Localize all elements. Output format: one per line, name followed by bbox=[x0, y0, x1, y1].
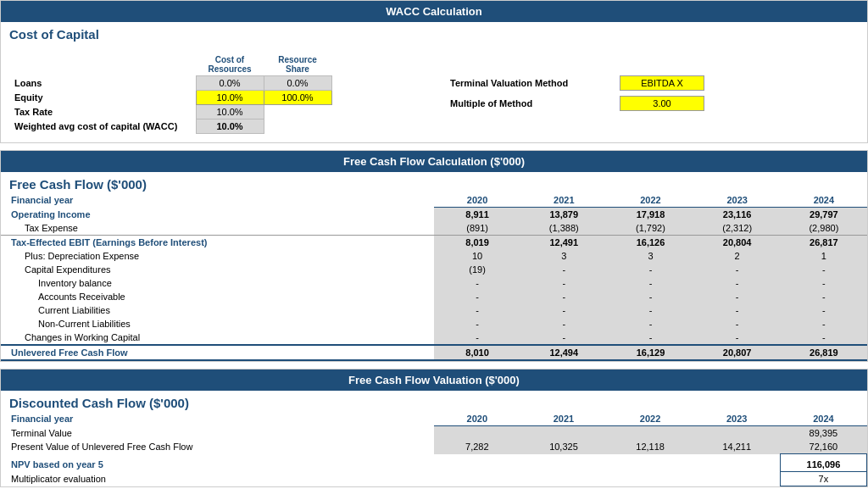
equity-label: Equity bbox=[9, 91, 196, 105]
fcf-val-r9-c4: - bbox=[781, 317, 867, 331]
fcf-val-r2-c0: (891) bbox=[434, 221, 520, 236]
fcf-val-r4-c0: 10 bbox=[434, 249, 520, 263]
val-val-r2-c2: 12,118 bbox=[607, 440, 693, 454]
val-val-r0-c2: 2022 bbox=[607, 412, 693, 426]
terminal-method-label: Terminal Valuation Method bbox=[450, 78, 620, 88]
fcf-row-label-4: Plus: Depreciation Expense bbox=[1, 249, 434, 263]
terminal-method-value[interactable]: EBITDA X bbox=[620, 75, 704, 91]
fcf-val-r2-c3: (2,312) bbox=[694, 221, 781, 236]
fcf-val-r8-c1: - bbox=[520, 303, 607, 317]
wacc-share-empty bbox=[264, 119, 331, 134]
fcf-val-r1-c4: 29,797 bbox=[781, 208, 867, 222]
val-val-r4-c3 bbox=[693, 472, 780, 486]
wacc-header: WACC Calculation bbox=[1, 1, 867, 22]
fcf-row-label-11: Unlevered Free Cash Flow bbox=[1, 345, 434, 360]
fcf-val-r9-c0: - bbox=[434, 317, 520, 331]
fcf-val-r6-c4: - bbox=[781, 276, 867, 290]
fcf-row-label-9: Non-Current Liabilities bbox=[1, 317, 434, 331]
fcf-val-r11-c3: 20,807 bbox=[694, 345, 781, 360]
fcf-val-r5-c4: - bbox=[781, 263, 867, 276]
val-val-r3-c0 bbox=[434, 454, 520, 472]
fcf-row-label-5: Capital Expenditures bbox=[1, 263, 434, 276]
val-row-label-2: Present Value of Unlevered Free Cash Flo… bbox=[1, 440, 434, 454]
fcf-val-r1-c3: 23,116 bbox=[694, 208, 781, 222]
fcf-val-r0-c2: 2022 bbox=[607, 193, 693, 208]
val-val-r1-c0 bbox=[434, 426, 520, 441]
val-section-title: Discounted Cash Flow ($'000) bbox=[1, 391, 867, 412]
val-val-r3-c4: 116,096 bbox=[780, 454, 866, 472]
fcf-val-r5-c1: - bbox=[520, 263, 607, 276]
multiple-method-value[interactable]: 3.00 bbox=[620, 96, 704, 111]
fcf-val-r4-c1: 3 bbox=[520, 249, 607, 263]
fcf-val-r6-c3: - bbox=[694, 276, 781, 290]
fcf-val-r1-c0: 8,911 bbox=[434, 208, 520, 222]
val-val-r1-c1 bbox=[520, 426, 607, 441]
val-val-r0-c4: 2024 bbox=[780, 412, 866, 426]
fcf-val-r1-c1: 13,879 bbox=[520, 208, 607, 222]
fcf-val-r2-c2: (1,792) bbox=[607, 221, 693, 236]
val-row-label-4: Multiplicator evaluation bbox=[1, 472, 434, 486]
fcf-val-r10-c3: - bbox=[694, 331, 781, 345]
val-val-r2-c3: 14,211 bbox=[693, 440, 780, 454]
fcf-val-r6-c2: - bbox=[607, 276, 693, 290]
fcf-val-r6-c0: - bbox=[434, 276, 520, 290]
loans-label: Loans bbox=[9, 76, 196, 91]
fcf-val-r5-c0: (19) bbox=[434, 263, 520, 276]
fcf-row-label-8: Current Liabilities bbox=[1, 303, 434, 317]
fcf-val-r9-c2: - bbox=[607, 317, 693, 331]
col-header-share: Resource Share bbox=[264, 53, 331, 76]
val-val-r0-c1: 2021 bbox=[520, 412, 607, 426]
wacc-label: Weighted avg cost of capital (WACC) bbox=[9, 119, 196, 134]
val-val-r1-c4: 89,395 bbox=[780, 426, 866, 441]
val-row-label-3: NPV based on year 5 bbox=[1, 454, 434, 472]
loans-share[interactable]: 0.0% bbox=[264, 76, 331, 91]
fcf-val-r10-c2: - bbox=[607, 331, 693, 345]
val-val-r2-c1: 10,325 bbox=[520, 440, 607, 454]
val-row-label-0: Financial year bbox=[1, 412, 434, 426]
fcf-val-r0-c4: 2024 bbox=[781, 193, 867, 208]
multiple-method-label: Multiple of Method bbox=[450, 98, 620, 108]
loans-cost[interactable]: 0.0% bbox=[196, 76, 264, 91]
fcf-val-r9-c1: - bbox=[520, 317, 607, 331]
val-header: Free Cash Flow Valuation ($'000) bbox=[1, 370, 867, 391]
fcf-row-label-10: Changes in Working Capital bbox=[1, 331, 434, 345]
fcf-val-r8-c0: - bbox=[434, 303, 520, 317]
fcf-val-r9-c3: - bbox=[694, 317, 781, 331]
val-val-r0-c0: 2020 bbox=[434, 412, 520, 426]
val-val-r4-c0 bbox=[434, 472, 520, 486]
fcf-val-r3-c4: 26,817 bbox=[781, 236, 867, 250]
val-val-r1-c3 bbox=[693, 426, 780, 441]
fcf-val-r8-c4: - bbox=[781, 303, 867, 317]
fcf-val-r11-c2: 16,129 bbox=[607, 345, 693, 360]
fcf-val-r7-c2: - bbox=[607, 290, 693, 303]
tax-rate-label: Tax Rate bbox=[9, 105, 196, 119]
fcf-val-r7-c4: - bbox=[781, 290, 867, 303]
fcf-val-r0-c0: 2020 bbox=[434, 193, 520, 208]
fcf-val-r1-c2: 17,918 bbox=[607, 208, 693, 222]
fcf-section-title: Free Cash Flow ($'000) bbox=[1, 172, 867, 193]
wacc-value[interactable]: 10.0% bbox=[196, 119, 264, 134]
tax-rate-share-empty bbox=[264, 105, 331, 119]
fcf-val-r10-c0: - bbox=[434, 331, 520, 345]
fcf-val-r4-c2: 3 bbox=[607, 249, 693, 263]
fcf-val-r4-c4: 1 bbox=[781, 249, 867, 263]
val-val-r4-c4: 7x bbox=[780, 472, 866, 486]
fcf-val-r3-c0: 8,019 bbox=[434, 236, 520, 250]
fcf-header: Free Cash Flow Calculation ($'000) bbox=[1, 151, 867, 172]
val-val-r4-c1 bbox=[520, 472, 607, 486]
fcf-val-r3-c3: 20,804 bbox=[694, 236, 781, 250]
fcf-val-r5-c2: - bbox=[607, 263, 693, 276]
fcf-val-r0-c1: 2021 bbox=[520, 193, 607, 208]
fcf-val-r7-c0: - bbox=[434, 290, 520, 303]
val-val-r3-c2 bbox=[607, 454, 693, 472]
fcf-val-r8-c2: - bbox=[607, 303, 693, 317]
fcf-row-label-6: Inventory balance bbox=[1, 276, 434, 290]
tax-rate-value[interactable]: 10.0% bbox=[196, 105, 264, 119]
equity-cost[interactable]: 10.0% bbox=[196, 91, 264, 105]
val-val-r3-c3 bbox=[693, 454, 780, 472]
val-val-r4-c2 bbox=[607, 472, 693, 486]
fcf-row-label-1: Operating Income bbox=[1, 208, 434, 222]
fcf-val-r8-c3: - bbox=[694, 303, 781, 317]
fcf-val-r3-c2: 16,126 bbox=[607, 236, 693, 250]
equity-share[interactable]: 100.0% bbox=[264, 91, 331, 105]
